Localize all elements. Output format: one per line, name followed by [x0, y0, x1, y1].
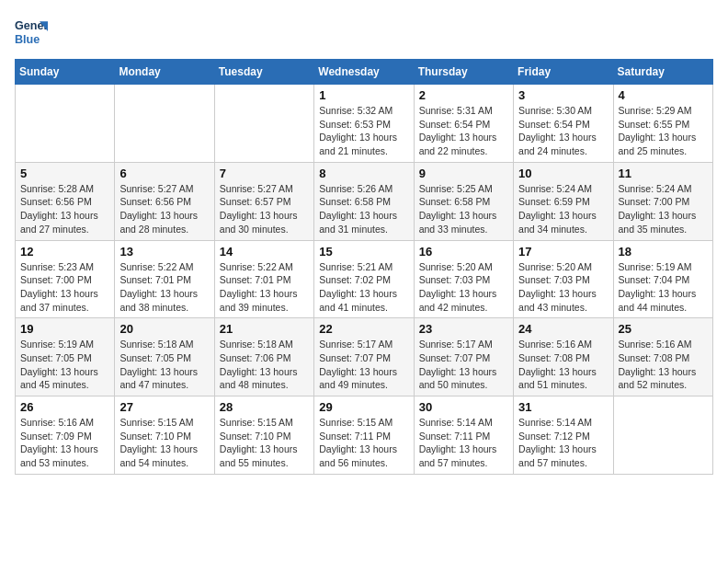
calendar-day-cell: 8Sunrise: 5:26 AM Sunset: 6:58 PM Daylig… — [314, 162, 414, 240]
calendar-day-cell: 26Sunrise: 5:16 AM Sunset: 7:09 PM Dayli… — [16, 396, 115, 475]
day-info: Sunrise: 5:27 AM Sunset: 6:57 PM Dayligh… — [220, 182, 309, 236]
day-info: Sunrise: 5:25 AM Sunset: 6:58 PM Dayligh… — [419, 182, 508, 236]
calendar-table: SundayMondayTuesdayWednesdayThursdayFrid… — [15, 59, 713, 475]
day-number: 9 — [419, 167, 508, 180]
day-number: 28 — [220, 400, 309, 414]
day-info: Sunrise: 5:28 AM Sunset: 6:56 PM Dayligh… — [20, 182, 109, 236]
weekday-header: Sunday — [16, 60, 115, 85]
day-number: 7 — [220, 167, 309, 180]
day-number: 20 — [119, 322, 209, 336]
day-number: 27 — [119, 400, 209, 414]
day-number: 13 — [119, 245, 209, 259]
calendar-day-cell: 12Sunrise: 5:23 AM Sunset: 7:00 PM Dayli… — [16, 240, 115, 318]
page-header: General Blue — [15, 15, 713, 48]
day-info: Sunrise: 5:21 AM Sunset: 7:02 PM Dayligh… — [319, 260, 408, 315]
day-info: Sunrise: 5:16 AM Sunset: 7:08 PM Dayligh… — [619, 338, 708, 392]
svg-text:Blue: Blue — [15, 33, 40, 46]
calendar-day-cell: 1Sunrise: 5:32 AM Sunset: 6:53 PM Daylig… — [314, 85, 414, 163]
logo-icon: General Blue — [15, 15, 48, 48]
calendar-week-row: 26Sunrise: 5:16 AM Sunset: 7:09 PM Dayli… — [16, 396, 713, 475]
calendar-day-cell: 2Sunrise: 5:31 AM Sunset: 6:54 PM Daylig… — [414, 85, 513, 163]
day-number: 26 — [20, 400, 109, 414]
day-info: Sunrise: 5:15 AM Sunset: 7:10 PM Dayligh… — [220, 416, 309, 470]
day-number: 17 — [518, 245, 608, 259]
day-info: Sunrise: 5:31 AM Sunset: 6:54 PM Dayligh… — [419, 104, 508, 158]
calendar-day-cell: 25Sunrise: 5:16 AM Sunset: 7:08 PM Dayli… — [613, 318, 712, 396]
day-number: 15 — [319, 245, 408, 259]
day-info: Sunrise: 5:27 AM Sunset: 6:56 PM Dayligh… — [119, 182, 209, 236]
calendar-day-cell — [214, 85, 313, 163]
calendar-day-cell: 20Sunrise: 5:18 AM Sunset: 7:05 PM Dayli… — [115, 318, 214, 396]
calendar-week-row: 19Sunrise: 5:19 AM Sunset: 7:05 PM Dayli… — [16, 318, 713, 396]
day-number: 19 — [20, 322, 109, 336]
day-info: Sunrise: 5:22 AM Sunset: 7:01 PM Dayligh… — [119, 260, 209, 315]
day-info: Sunrise: 5:15 AM Sunset: 7:10 PM Dayligh… — [119, 416, 209, 470]
day-number: 2 — [419, 88, 508, 102]
day-number: 23 — [419, 322, 508, 336]
calendar-day-cell — [613, 396, 712, 475]
day-number: 12 — [20, 245, 109, 259]
day-info: Sunrise: 5:30 AM Sunset: 6:54 PM Dayligh… — [518, 104, 608, 158]
day-info: Sunrise: 5:17 AM Sunset: 7:07 PM Dayligh… — [319, 338, 408, 392]
day-info: Sunrise: 5:14 AM Sunset: 7:11 PM Dayligh… — [419, 416, 508, 470]
day-info: Sunrise: 5:16 AM Sunset: 7:09 PM Dayligh… — [20, 416, 109, 470]
day-info: Sunrise: 5:16 AM Sunset: 7:08 PM Dayligh… — [518, 338, 608, 392]
calendar-day-cell: 3Sunrise: 5:30 AM Sunset: 6:54 PM Daylig… — [514, 85, 613, 163]
calendar-day-cell — [16, 85, 115, 163]
calendar-week-row: 5Sunrise: 5:28 AM Sunset: 6:56 PM Daylig… — [16, 162, 713, 240]
weekday-header: Friday — [514, 60, 613, 85]
day-number: 24 — [518, 322, 608, 336]
calendar-day-cell: 23Sunrise: 5:17 AM Sunset: 7:07 PM Dayli… — [414, 318, 513, 396]
calendar-day-cell: 19Sunrise: 5:19 AM Sunset: 7:05 PM Dayli… — [16, 318, 115, 396]
calendar-day-cell: 10Sunrise: 5:24 AM Sunset: 6:59 PM Dayli… — [514, 162, 613, 240]
calendar-week-row: 1Sunrise: 5:32 AM Sunset: 6:53 PM Daylig… — [16, 85, 713, 163]
calendar-day-cell — [115, 85, 214, 163]
day-info: Sunrise: 5:22 AM Sunset: 7:01 PM Dayligh… — [220, 260, 309, 315]
calendar-day-cell: 29Sunrise: 5:15 AM Sunset: 7:11 PM Dayli… — [314, 396, 414, 475]
day-number: 30 — [419, 400, 508, 414]
calendar-day-cell: 7Sunrise: 5:27 AM Sunset: 6:57 PM Daylig… — [214, 162, 313, 240]
day-info: Sunrise: 5:29 AM Sunset: 6:55 PM Dayligh… — [619, 104, 708, 158]
day-info: Sunrise: 5:24 AM Sunset: 6:59 PM Dayligh… — [518, 182, 608, 236]
logo: General Blue — [15, 15, 51, 48]
calendar-day-cell: 30Sunrise: 5:14 AM Sunset: 7:11 PM Dayli… — [414, 396, 513, 475]
day-number: 1 — [319, 88, 408, 102]
weekday-header: Monday — [115, 60, 214, 85]
day-number: 3 — [518, 88, 608, 102]
calendar-week-row: 12Sunrise: 5:23 AM Sunset: 7:00 PM Dayli… — [16, 240, 713, 318]
weekday-header: Saturday — [613, 60, 712, 85]
calendar-day-cell: 17Sunrise: 5:20 AM Sunset: 7:03 PM Dayli… — [514, 240, 613, 318]
day-info: Sunrise: 5:23 AM Sunset: 7:00 PM Dayligh… — [20, 260, 109, 315]
calendar-day-cell: 16Sunrise: 5:20 AM Sunset: 7:03 PM Dayli… — [414, 240, 513, 318]
day-info: Sunrise: 5:19 AM Sunset: 7:04 PM Dayligh… — [619, 260, 708, 315]
calendar-day-cell: 28Sunrise: 5:15 AM Sunset: 7:10 PM Dayli… — [214, 396, 313, 475]
weekday-header: Wednesday — [314, 60, 414, 85]
calendar-header-row: SundayMondayTuesdayWednesdayThursdayFrid… — [16, 60, 713, 85]
calendar-day-cell: 9Sunrise: 5:25 AM Sunset: 6:58 PM Daylig… — [414, 162, 513, 240]
calendar-day-cell: 4Sunrise: 5:29 AM Sunset: 6:55 PM Daylig… — [613, 85, 712, 163]
day-info: Sunrise: 5:17 AM Sunset: 7:07 PM Dayligh… — [419, 338, 508, 392]
calendar-day-cell: 21Sunrise: 5:18 AM Sunset: 7:06 PM Dayli… — [214, 318, 313, 396]
calendar-day-cell: 24Sunrise: 5:16 AM Sunset: 7:08 PM Dayli… — [514, 318, 613, 396]
day-info: Sunrise: 5:24 AM Sunset: 7:00 PM Dayligh… — [619, 182, 708, 236]
day-number: 31 — [518, 400, 608, 414]
day-number: 29 — [319, 400, 408, 414]
calendar-day-cell: 27Sunrise: 5:15 AM Sunset: 7:10 PM Dayli… — [115, 396, 214, 475]
day-number: 18 — [619, 245, 708, 259]
day-info: Sunrise: 5:26 AM Sunset: 6:58 PM Dayligh… — [319, 182, 408, 236]
calendar-day-cell: 13Sunrise: 5:22 AM Sunset: 7:01 PM Dayli… — [115, 240, 214, 318]
calendar-day-cell: 11Sunrise: 5:24 AM Sunset: 7:00 PM Dayli… — [613, 162, 712, 240]
day-number: 6 — [119, 167, 209, 180]
day-info: Sunrise: 5:20 AM Sunset: 7:03 PM Dayligh… — [518, 260, 608, 315]
weekday-header: Tuesday — [214, 60, 313, 85]
calendar-day-cell: 15Sunrise: 5:21 AM Sunset: 7:02 PM Dayli… — [314, 240, 414, 318]
day-number: 10 — [518, 167, 608, 180]
calendar-day-cell: 31Sunrise: 5:14 AM Sunset: 7:12 PM Dayli… — [514, 396, 613, 475]
day-number: 5 — [20, 167, 109, 180]
day-number: 25 — [619, 322, 708, 336]
day-number: 22 — [319, 322, 408, 336]
calendar-day-cell: 14Sunrise: 5:22 AM Sunset: 7:01 PM Dayli… — [214, 240, 313, 318]
day-info: Sunrise: 5:32 AM Sunset: 6:53 PM Dayligh… — [319, 104, 408, 158]
day-number: 8 — [319, 167, 408, 180]
day-number: 21 — [220, 322, 309, 336]
